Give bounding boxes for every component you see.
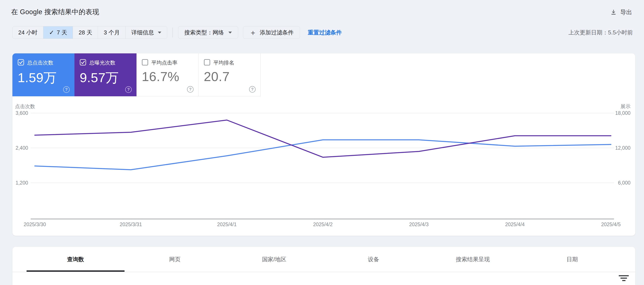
search-type-dropdown[interactable]: 搜索类型：网络 [178,26,238,39]
tab-pages[interactable]: 网页 [125,247,224,272]
metric-cards-row: 总点击次数 1.59万 ? 总曝光次数 9.57万 ? 平均点击率 16.7% [12,53,260,96]
date-range-7d[interactable]: ✓ 7 天 [43,26,73,39]
help-icon[interactable]: ? [125,86,132,93]
total-impressions-card[interactable]: 总曝光次数 9.57万 ? [74,53,136,96]
last-updated-text: 上次更新日期：5.5小时前 [568,29,633,36]
date-range-label: 3 个月 [104,29,120,36]
x-axis-label: 2025/4/3 [400,222,438,227]
date-range-24h[interactable]: 24 小时 [13,26,43,39]
right-axis-tick: 12,000 [598,145,630,151]
left-axis-title: 点击次数 [15,103,35,110]
tab-label: 设备 [368,255,379,263]
date-range-28d[interactable]: 28 天 [73,26,98,39]
tab-divider [12,272,635,272]
tab-label: 日期 [566,255,578,263]
date-range-label: 24 小时 [18,29,38,36]
tab-queries[interactable]: 查询数 [26,247,125,272]
x-axis-label: 2025/3/30 [16,222,53,227]
help-icon[interactable]: ? [63,86,70,93]
dimension-tabs: 查询数 网页 国家/地区 设备 搜索结果呈现 日期 [26,247,622,272]
x-axis-label: 2025/4/4 [496,222,534,227]
export-button[interactable]: 导出 [610,7,633,18]
plus-icon: ＋ [249,29,257,36]
left-axis-tick: 1,200 [12,180,28,186]
export-label: 导出 [620,8,632,16]
average-ctr-card[interactable]: 平均点击率 16.7% ? [136,53,198,96]
tab-devices[interactable]: 设备 [324,247,423,272]
date-range-label: 7 天 [57,29,67,36]
add-filter-label: 添加过滤条件 [260,29,294,36]
checkmark-icon: ✓ [49,29,54,36]
metric-value: 16.7% [142,69,193,84]
tab-search-appearance[interactable]: 搜索结果呈现 [423,247,522,272]
performance-chart-card: 总点击次数 1.59万 ? 总曝光次数 9.57万 ? 平均点击率 16.7% [12,53,635,236]
metric-value: 20.7 [204,69,255,84]
metric-label: 总曝光次数 [89,59,116,66]
right-axis-tick: 18,000 [598,110,630,116]
checkbox-unchecked-icon[interactable] [142,59,148,67]
page-title: 在 Google 搜索结果中的表现 [11,8,99,17]
filter-toolbar: 24 小时 ✓ 7 天 28 天 3 个月 详细信息 搜索类型：网络 ＋ 添加过… [12,26,633,39]
right-axis-tick: 6,000 [598,180,630,186]
page-header: 在 Google 搜索结果中的表现 导出 [11,4,633,20]
date-range-segmented-control: 24 小时 ✓ 7 天 28 天 3 个月 详细信息 [12,26,167,39]
left-axis-tick: 3,600 [12,110,28,116]
add-filter-button[interactable]: ＋ 添加过滤条件 [243,26,300,39]
metric-label: 总点击次数 [27,59,53,66]
tab-label: 国家/地区 [262,255,286,263]
tab-label: 网页 [169,255,180,263]
x-axis-label: 2025/4/1 [208,222,245,227]
tab-countries[interactable]: 国家/地区 [224,247,324,272]
metric-value: 9.57万 [80,69,131,87]
tab-label: 查询数 [67,255,84,263]
left-axis-tick: 2,400 [12,145,28,151]
filter-list-icon[interactable] [619,275,629,282]
dimensions-table-card: 查询数 网页 国家/地区 设备 搜索结果呈现 日期 [12,247,635,285]
reset-filters-link[interactable]: 重置过滤条件 [308,29,342,36]
right-axis-title: 展示 [587,103,630,110]
toolbar-divider [172,28,173,38]
date-range-detail-dropdown[interactable]: 详细信息 [126,26,167,39]
average-position-card[interactable]: 平均排名 20.7 ? [198,53,260,96]
metric-value: 1.59万 [18,69,69,87]
search-type-label: 搜索类型：网络 [184,29,224,36]
metric-label: 平均点击率 [151,59,178,66]
x-axis-label: 2025/4/2 [304,222,342,227]
date-range-label: 详细信息 [131,29,154,36]
checkbox-checked-icon[interactable] [18,59,24,67]
tab-dates[interactable]: 日期 [522,247,622,272]
checkbox-checked-icon[interactable] [80,59,86,67]
help-icon[interactable]: ? [187,86,194,93]
total-clicks-card[interactable]: 总点击次数 1.59万 ? [12,53,74,96]
metric-label: 平均排名 [213,59,234,66]
help-icon[interactable]: ? [249,86,256,93]
chevron-down-icon [228,32,232,34]
x-axis-label: 2025/3/31 [112,222,149,227]
date-range-3m[interactable]: 3 个月 [98,26,126,39]
date-range-label: 28 天 [78,29,92,36]
checkbox-unchecked-icon[interactable] [204,59,210,67]
chevron-down-icon [158,32,161,34]
download-icon [610,9,617,16]
x-axis-label: 2025/4/5 [592,222,630,227]
tab-label: 搜索结果呈现 [456,255,490,263]
